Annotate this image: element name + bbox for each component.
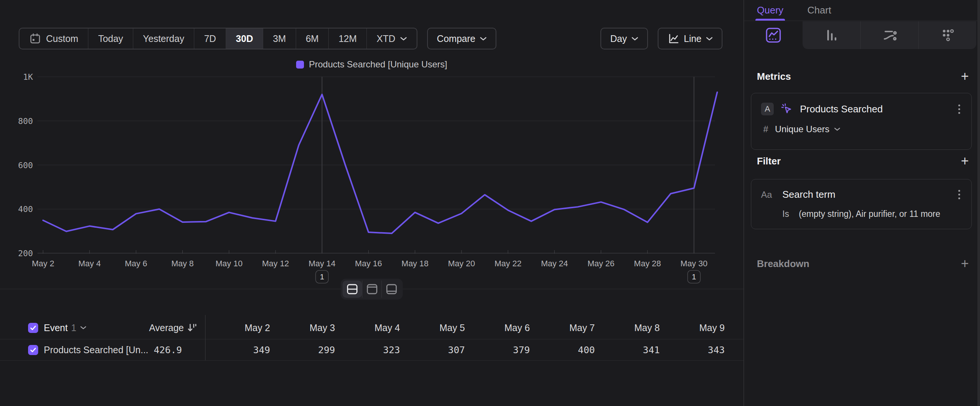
main-area: Custom Today Yesterday 7D 30D 3M 6M 12M …: [0, 0, 743, 406]
filter-title: Filter: [757, 155, 781, 167]
line-chart-icon: [667, 33, 679, 45]
value-cell: 349: [205, 345, 270, 355]
date-range-yesterday[interactable]: Yesterday: [133, 29, 194, 49]
value-cell: 299: [270, 345, 336, 355]
layout-split-icon: [346, 283, 359, 295]
layout-table-button[interactable]: [382, 280, 401, 298]
check-icon: [30, 347, 36, 353]
results-table: Event 1 Average May 2May 3May 4May 5May …: [0, 317, 743, 361]
chevron-down-icon: [400, 37, 407, 41]
date-column-header: May 5: [400, 322, 465, 333]
x-axis-label: May 26: [587, 259, 614, 268]
chevron-down-icon[interactable]: [80, 326, 86, 330]
chart-type-flow-tab[interactable]: [860, 21, 918, 49]
layout-chart-button[interactable]: [362, 280, 382, 298]
y-axis-label: 1K: [23, 72, 33, 82]
chart-type-insights-tab[interactable]: [744, 21, 803, 49]
tab-query[interactable]: Query: [757, 0, 783, 21]
metric-letter-badge: A: [761, 103, 774, 115]
add-breakdown-button[interactable]: +: [961, 257, 969, 271]
date-column-header: May 9: [660, 322, 725, 333]
event-column-label: Event: [44, 322, 68, 333]
chevron-down-icon: [706, 37, 713, 41]
value-cell: 323: [335, 345, 400, 355]
date-range-xtd[interactable]: XTD: [367, 29, 417, 49]
date-range-label: Custom: [46, 33, 78, 44]
average-column-label: Average: [149, 322, 184, 333]
row-checkbox[interactable]: [28, 345, 38, 355]
row-series-name: Products Searched [Un...: [44, 345, 148, 355]
date-column-header: May 6: [465, 322, 530, 333]
date-column-header: May 8: [595, 322, 660, 333]
chart-type-retention-tab[interactable]: [918, 21, 976, 49]
toolbar: Custom Today Yesterday 7D 30D 3M 6M 12M …: [19, 28, 722, 49]
table-header: Event 1 Average May 2May 3May 4May 5May …: [0, 317, 743, 339]
layout-chart-icon: [366, 283, 379, 295]
date-range-custom[interactable]: Custom: [19, 29, 88, 49]
layout-split-button[interactable]: [342, 280, 362, 298]
flow-icon: [881, 27, 898, 43]
aggregation-row[interactable]: # Unique Users: [761, 124, 962, 134]
bar-chart-icon: [823, 27, 840, 43]
date-range-12m[interactable]: 12M: [329, 29, 367, 49]
x-axis-label: May 8: [172, 259, 194, 268]
value-cell: 379: [465, 345, 530, 355]
add-filter-button[interactable]: +: [961, 154, 969, 168]
granularity-button[interactable]: Day: [600, 28, 648, 49]
retention-grid-icon: [939, 27, 956, 43]
filter-operator: Is: [782, 209, 789, 219]
date-range-7d[interactable]: 7D: [194, 29, 226, 49]
y-axis-label: 200: [18, 249, 33, 258]
date-range-control: Custom Today Yesterday 7D 30D 3M 6M 12M …: [19, 28, 417, 49]
check-icon: [30, 325, 36, 331]
metrics-title: Metrics: [757, 71, 791, 83]
x-axis-label: May 24: [541, 259, 568, 268]
date-column-header: May 3: [270, 322, 336, 333]
chart-type-tab-group: [803, 21, 976, 49]
event-cursor-click-icon: [780, 102, 794, 116]
select-all-checkbox[interactable]: [28, 323, 38, 333]
value-cell: 307: [400, 345, 465, 355]
app: Custom Today Yesterday 7D 30D 3M 6M 12M …: [0, 0, 980, 406]
date-column-header: May 4: [335, 322, 400, 333]
date-column-header: May 7: [530, 322, 595, 333]
kebab-menu-icon[interactable]: [957, 103, 962, 115]
table-row: Products Searched [Un... 426.9 349299323…: [0, 339, 743, 361]
date-range-today[interactable]: Today: [88, 29, 133, 49]
x-axis-label: May 10: [216, 259, 243, 268]
filter-card[interactable]: Aa Search term Is (empty string), Air pu…: [751, 179, 972, 229]
kebab-menu-icon[interactable]: [957, 188, 962, 201]
x-axis-label: May 30: [681, 259, 708, 268]
query-panel: Query Chart: [744, 0, 980, 406]
tab-chart[interactable]: Chart: [807, 0, 831, 21]
aggregation-label: Unique Users: [775, 124, 829, 134]
metric-name: Products Searched: [800, 103, 883, 115]
panel-scrollbar[interactable]: [977, 0, 980, 406]
annotation-badge-label: 1: [320, 272, 324, 281]
x-axis-label: May 28: [634, 259, 661, 268]
date-range-3m[interactable]: 3M: [263, 29, 296, 49]
chart-type-button[interactable]: Line: [658, 28, 722, 49]
sort-descending-icon[interactable]: [187, 323, 197, 333]
x-axis-label: May 4: [78, 259, 101, 268]
add-metric-button[interactable]: +: [961, 70, 969, 83]
line-chart[interactable]: 2004006008001KMay 2May 4May 6May 8May 10…: [0, 56, 743, 288]
value-cell: 400: [530, 345, 595, 355]
date-column-header: May 2: [205, 322, 270, 333]
date-columns: May 2May 3May 4May 5May 6May 7May 8May 9: [205, 322, 743, 333]
insights-line-icon: [765, 27, 782, 43]
date-range-6m[interactable]: 6M: [296, 29, 329, 49]
metric-card[interactable]: A Products Searched # Unique Users: [751, 93, 972, 150]
compare-button[interactable]: Compare: [427, 28, 496, 49]
chevron-down-icon: [480, 37, 487, 41]
y-axis-label: 800: [18, 116, 33, 126]
metrics-section-header: Metrics +: [757, 70, 969, 83]
annotation-badge-label: 1: [692, 272, 696, 281]
y-axis-label: 600: [18, 161, 33, 170]
breakdown-section-header: Breakdown +: [757, 257, 969, 271]
chart-type-bar-tab[interactable]: [803, 21, 860, 49]
date-range-30d[interactable]: 30D: [226, 29, 263, 49]
toolbar-right: Day Line: [591, 28, 722, 49]
filter-condition-row[interactable]: Is (empty string), Air purifier, or 11 m…: [761, 209, 962, 219]
value-cell: 341: [595, 345, 660, 355]
